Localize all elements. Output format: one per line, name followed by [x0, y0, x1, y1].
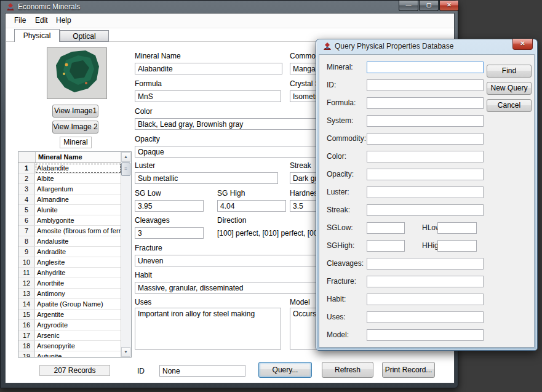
row-number: 13	[18, 289, 35, 299]
mineral-caption: Mineral	[60, 137, 92, 148]
dialog-input-hlow[interactable]	[437, 222, 477, 234]
field-uses[interactable]: Important iron alloy for steel making	[135, 308, 281, 350]
tab-optical[interactable]: Optical	[60, 30, 109, 42]
table-row[interactable]: 19Autunite	[18, 351, 121, 357]
dialog-input-hhigh[interactable]	[437, 240, 477, 252]
table-row[interactable]: 17Arsenic	[18, 330, 121, 341]
dialog-label-id: ID:	[327, 81, 336, 89]
dialog-input-model[interactable]	[367, 329, 484, 341]
maximize-button[interactable]: ▢	[419, 1, 439, 11]
row-mineral-name: Arsenopyrite	[35, 341, 121, 351]
label-mineral-name: Mineral Name	[135, 52, 181, 60]
menu-help[interactable]: Help	[54, 16, 74, 25]
dialog-input-sghigh[interactable]	[367, 240, 405, 252]
scroll-thumb[interactable]: ≡	[121, 162, 130, 176]
row-number: 2	[18, 174, 35, 184]
field-luster[interactable]	[135, 172, 278, 184]
dialog-input-luster[interactable]	[367, 186, 484, 198]
row-mineral-name: Argyrodite	[35, 320, 121, 330]
view-image2-button[interactable]: View Image 2	[52, 121, 98, 134]
dialog-input-opacity[interactable]	[367, 169, 484, 180]
app-icon	[6, 2, 15, 11]
cancel-button[interactable]: Cancel	[487, 99, 532, 112]
label-fracture: Fracture	[135, 244, 162, 252]
dialog-input-fracture[interactable]	[367, 276, 484, 287]
query-button[interactable]: Query...	[258, 362, 312, 378]
table-row[interactable]: 1Alabandite	[18, 163, 121, 174]
dialog-input-sglow[interactable]	[367, 222, 405, 234]
scroll-down-icon: ▼	[124, 350, 128, 354]
table-row[interactable]: 16Argyrodite	[18, 320, 121, 330]
dialog-input-system[interactable]	[367, 115, 484, 127]
table-row[interactable]: 7Amosite (fibrous form of ferro-gedrite)	[18, 226, 121, 236]
row-number: 10	[18, 257, 35, 268]
refresh-button[interactable]: Refresh	[322, 362, 373, 378]
table-row[interactable]: 8Andalusite	[18, 236, 121, 247]
menu-file[interactable]: File	[12, 16, 28, 25]
table-row[interactable]: 11Anhydrite	[18, 268, 121, 278]
dialog-label-cleavages: Cleavages:	[327, 259, 364, 268]
dialog-label-luster: Luster:	[327, 188, 349, 196]
field-sg-high[interactable]	[217, 200, 286, 212]
scroll-down-button[interactable]: ▼	[121, 347, 130, 357]
label-color: Color	[135, 107, 153, 116]
menu-edit[interactable]: Edit	[33, 16, 50, 25]
new-query-button[interactable]: New Query	[487, 82, 532, 95]
label-direction: Direction	[217, 216, 246, 225]
row-mineral-name: Apatite (Group Name)	[35, 299, 121, 310]
table-row[interactable]: 3Allargentum	[18, 184, 121, 194]
row-number: 1	[18, 163, 35, 174]
dialog-input-habit[interactable]	[367, 294, 484, 305]
minimize-button[interactable]: —	[399, 1, 418, 11]
row-mineral-name: Arsenic	[35, 330, 121, 341]
label-sg-low: SG Low	[135, 189, 161, 198]
dialog-label-uses: Uses:	[327, 313, 346, 321]
dialog-input-streak[interactable]	[367, 204, 484, 216]
table-row[interactable]: 5Alunite	[18, 205, 121, 215]
maximize-icon: ▢	[426, 2, 432, 8]
main-titlebar[interactable]: Economic Minerals — ▢ ✕	[1, 1, 459, 13]
print-record-button[interactable]: Print Record...	[382, 362, 435, 378]
dialog-input-color[interactable]	[367, 151, 484, 162]
mineral-name-header: Mineral Name	[36, 152, 121, 162]
table-row[interactable]: 13Antimony	[18, 289, 121, 299]
field-sg-low[interactable]	[135, 200, 204, 212]
table-row[interactable]: 15Argentite	[18, 310, 121, 320]
table-row[interactable]: 12Anorthite	[18, 278, 121, 289]
label-luster: Luster	[135, 161, 155, 170]
dialog-label-habit: Habit:	[327, 295, 346, 303]
table-row[interactable]: 18Arsenopyrite	[18, 341, 121, 351]
row-mineral-name: Amblygonite	[35, 215, 121, 226]
table-row[interactable]: 10Anglesite	[18, 257, 121, 268]
find-button[interactable]: Find	[487, 65, 532, 78]
table-row[interactable]: 2Albite	[18, 174, 121, 184]
dialog-input-formula[interactable]	[367, 97, 484, 109]
label-model: Model	[290, 298, 310, 306]
dialog-input-mineral[interactable]	[367, 62, 484, 73]
label-formula: Formula	[135, 79, 162, 88]
field-mineral-name[interactable]	[135, 63, 282, 74]
close-button[interactable]: ✕	[439, 1, 459, 11]
dialog-input-commodity[interactable]	[367, 133, 484, 145]
dialog-input-uses[interactable]	[367, 311, 484, 323]
id-field[interactable]	[159, 365, 245, 377]
table-row[interactable]: 14Apatite (Group Name)	[18, 299, 121, 310]
view-image1-button[interactable]: View Image1	[52, 105, 98, 118]
id-label: ID	[137, 367, 145, 375]
dialog-label-system: System:	[327, 116, 353, 125]
table-scrollbar[interactable]: ▲ ≡ ▼	[121, 152, 131, 357]
dialog-input-cleavages[interactable]	[367, 258, 484, 270]
tab-physical[interactable]: Physical	[14, 29, 60, 42]
table-row[interactable]: 9Andradite	[18, 247, 121, 257]
table-row[interactable]: 6Amblygonite	[18, 215, 121, 226]
table-row[interactable]: 4Almandine	[18, 194, 121, 205]
row-number: 7	[18, 226, 35, 236]
row-number: 5	[18, 205, 35, 215]
row-number: 19	[18, 351, 35, 357]
dialog-input-id[interactable]	[367, 79, 484, 91]
field-formula[interactable]	[135, 90, 281, 102]
scroll-up-button[interactable]: ▲	[121, 152, 130, 162]
row-number: 9	[18, 247, 35, 257]
label-uses: Uses	[135, 298, 151, 306]
field-cleavages[interactable]	[135, 227, 204, 239]
